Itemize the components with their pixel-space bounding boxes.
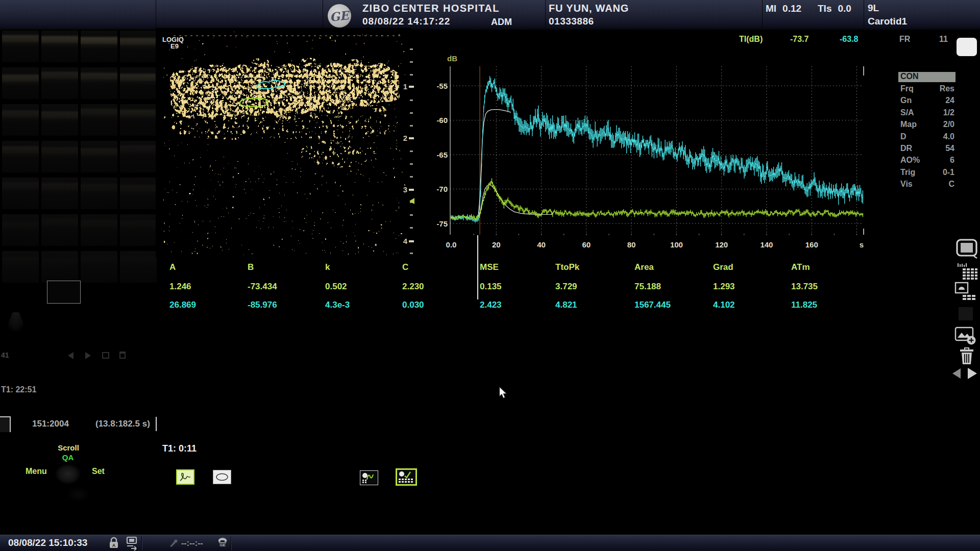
ellipse-icon	[216, 474, 228, 481]
ultrasound-image[interactable]: LOGIQ E9	[156, 28, 411, 258]
svg-text:0.0: 0.0	[446, 240, 457, 249]
preview-frame[interactable]	[957, 38, 977, 56]
thumbnail-selected[interactable]	[47, 281, 81, 304]
tic-image-button[interactable]	[360, 470, 378, 485]
thumbnail[interactable]	[2, 67, 39, 99]
fit-col-header: TtoPk	[555, 262, 579, 272]
mode-label[interactable]: CON	[898, 72, 955, 82]
thumbnail[interactable]	[81, 141, 117, 172]
svg-text:-70: -70	[437, 185, 448, 193]
fit-value: 4.102	[713, 300, 735, 310]
thumbnail[interactable]	[81, 178, 117, 209]
fit-col-header: Grad	[713, 262, 733, 272]
trackball-left-label: Menu	[26, 467, 47, 476]
tic-image-icon	[360, 471, 377, 484]
ti-db-value-cyan: -63.8	[840, 35, 858, 44]
fit-value: 3.729	[555, 282, 577, 292]
clipboard-copy-icon[interactable]	[102, 352, 109, 359]
ge-logo-icon: GE	[328, 4, 351, 28]
param-row-frq: FrqRes	[898, 84, 955, 96]
thumbnail[interactable]	[120, 104, 157, 136]
thumbnail[interactable]	[120, 31, 157, 62]
thumbnail[interactable]	[120, 178, 157, 209]
clipboard-prev-icon[interactable]	[68, 352, 74, 359]
mic-icon	[168, 538, 179, 547]
timer-current: T1: 0:11	[162, 443, 197, 454]
thumbnail[interactable]	[81, 104, 117, 136]
clipboard-trash-icon[interactable]	[119, 352, 126, 359]
thumbnail[interactable]	[2, 141, 39, 172]
clipboard-next-icon[interactable]	[85, 352, 91, 359]
depth-ruler: 1234	[401, 30, 416, 259]
svg-text:160: 160	[805, 240, 818, 249]
fit-value: 4.821	[555, 300, 577, 310]
top-bar: GE ZIBO CENTER HOSPITAL 08/08/22 14:17:2…	[0, 0, 980, 30]
page-prev-icon[interactable]	[952, 368, 961, 379]
monitor-icon[interactable]	[955, 239, 979, 260]
fit-value: 26.869	[169, 300, 196, 310]
thumbnail[interactable]	[120, 141, 157, 172]
worksheet-icon[interactable]	[957, 262, 978, 280]
thumbnail[interactable]	[41, 214, 78, 246]
fit-col-header: ATm	[791, 262, 810, 272]
hospital-name: ZIBO CENTER HOSPITAL	[362, 3, 500, 14]
param-row-d: D4.0	[898, 132, 955, 144]
svg-text:GE: GE	[219, 543, 226, 547]
patient-name[interactable]: FU YUN, WANG	[549, 3, 629, 14]
depth-mark-label: 2	[401, 134, 407, 142]
page-next-icon[interactable]	[968, 368, 977, 379]
fit-col-header: B	[248, 262, 254, 272]
mouse-cursor	[499, 386, 509, 399]
thumbnail[interactable]	[2, 214, 39, 246]
thumbnail[interactable]	[120, 214, 157, 246]
param-row-map: Map2/0	[898, 120, 955, 132]
thumbnail[interactable]	[41, 251, 78, 283]
mi-readout: MI0.12	[766, 3, 801, 14]
thumbnail[interactable]	[81, 214, 117, 246]
thumbnail[interactable]	[2, 31, 39, 62]
depth-mark-label: 1	[401, 82, 407, 91]
svg-text:A: A	[112, 543, 116, 548]
param-row-gn: Gn24	[898, 96, 955, 108]
svg-text:140: 140	[760, 240, 773, 249]
clipboard-thumbnails[interactable]	[2, 31, 156, 289]
thumbnail[interactable]	[41, 31, 78, 62]
depth-mark-tick	[409, 189, 414, 191]
thumbnail[interactable]	[81, 31, 117, 62]
thumbnail-sector[interactable]	[5, 312, 27, 332]
fit-value: 0.502	[325, 282, 347, 292]
trash-icon[interactable]	[959, 347, 975, 365]
fit-value: 75.188	[634, 282, 661, 292]
fit-col-header: A	[169, 262, 176, 272]
report-icon[interactable]	[954, 282, 978, 303]
depth-mark-tick	[409, 240, 414, 242]
thumbnail[interactable]	[2, 251, 39, 283]
thumbnail[interactable]	[41, 178, 78, 209]
thumbnail[interactable]	[2, 178, 39, 209]
timer-elapsed: T1: 22:51	[1, 385, 36, 394]
thumbnail[interactable]	[120, 67, 157, 99]
trackball-top-label: Scroll	[58, 443, 79, 452]
svg-text:-55: -55	[437, 82, 448, 90]
trace-tool-button[interactable]	[176, 469, 194, 485]
tic-table-button[interactable]	[396, 468, 417, 486]
lock-icon: A	[108, 537, 119, 549]
frame-counter: 151:2004	[32, 419, 69, 429]
cine-marker-box	[0, 416, 11, 432]
clipboard-page-number: 41	[1, 351, 9, 359]
thumbnail[interactable]	[41, 141, 78, 172]
save-image-icon[interactable]	[954, 325, 978, 346]
thumbnail[interactable]	[81, 251, 117, 283]
network-icon	[125, 536, 138, 550]
voice-timer: --:--:--	[181, 539, 203, 548]
svg-text:-60: -60	[437, 116, 448, 124]
thumbnail[interactable]	[41, 67, 78, 99]
ellipse-tool-button[interactable]	[213, 470, 231, 484]
thumbnail[interactable]	[81, 67, 117, 99]
thumbnail[interactable]	[120, 251, 157, 283]
exam-datetime: 08/08/22 14:17:22	[362, 16, 450, 27]
ge-phone-icon: GE	[217, 537, 228, 549]
fit-value: 0.030	[402, 300, 424, 310]
thumbnail[interactable]	[2, 104, 39, 136]
thumbnail[interactable]	[41, 104, 78, 136]
